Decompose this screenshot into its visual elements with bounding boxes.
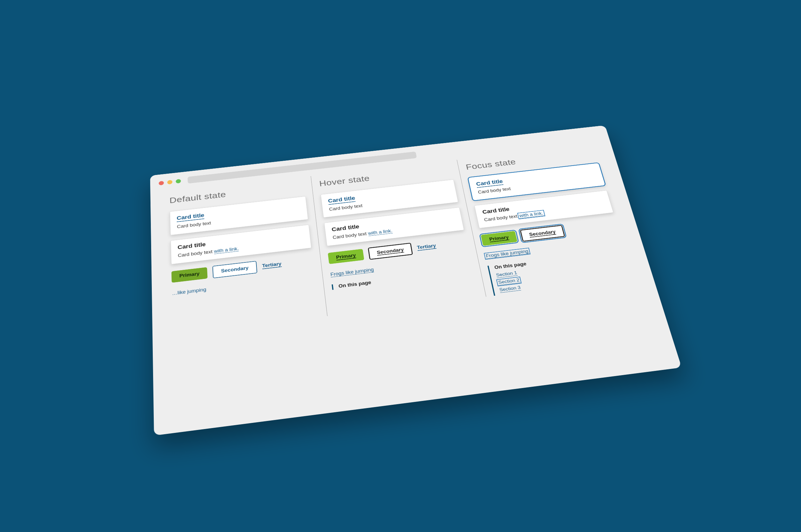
primary-button[interactable]: Primary	[328, 249, 364, 264]
card-title-link[interactable]: Card title	[177, 212, 204, 222]
column-default: Default state Card title Card body text …	[162, 176, 327, 336]
solo-link[interactable]: Frogs like jumping	[330, 267, 374, 277]
card-body-text: Card body text	[178, 249, 214, 258]
toc-focus: On this page Section 1 Section 2 Section…	[487, 249, 633, 296]
primary-button[interactable]: Primary	[171, 267, 208, 283]
toc-item[interactable]: Section 1	[496, 270, 518, 278]
inline-link[interactable]: with a link.	[518, 211, 544, 218]
card-title-link[interactable]: Card title	[328, 195, 356, 205]
primary-button[interactable]: Primary	[481, 231, 517, 246]
minimize-icon[interactable]	[167, 180, 172, 184]
card-title-link[interactable]: Card title	[476, 178, 504, 188]
inline-link[interactable]: with a link.	[214, 246, 239, 254]
secondary-button[interactable]: Secondary	[520, 225, 565, 242]
card-title: Card title	[177, 241, 206, 251]
card-body-text: Card body text	[332, 231, 369, 240]
secondary-button[interactable]: Secondary	[212, 261, 257, 278]
maximize-icon[interactable]	[176, 179, 181, 183]
close-icon[interactable]	[159, 181, 164, 185]
window-controls	[159, 179, 181, 185]
tertiary-link[interactable]: Tertiary	[262, 261, 282, 269]
solo-link[interactable]: Frogs like jumping	[485, 249, 529, 259]
card-body-text: Card body text	[484, 214, 519, 223]
browser-window: Default state Card title Card body text …	[150, 125, 682, 436]
column-focus: Focus state Card title Card body text Ca…	[457, 144, 641, 297]
column-hover: Hover state Card title Card body text Ca…	[311, 160, 486, 316]
card-title: Card title	[331, 223, 360, 233]
card-title: Card title	[482, 206, 510, 215]
inline-link[interactable]: with a link.	[368, 228, 393, 236]
tertiary-link[interactable]: Tertiary	[417, 243, 436, 251]
secondary-button[interactable]: Secondary	[368, 243, 413, 260]
